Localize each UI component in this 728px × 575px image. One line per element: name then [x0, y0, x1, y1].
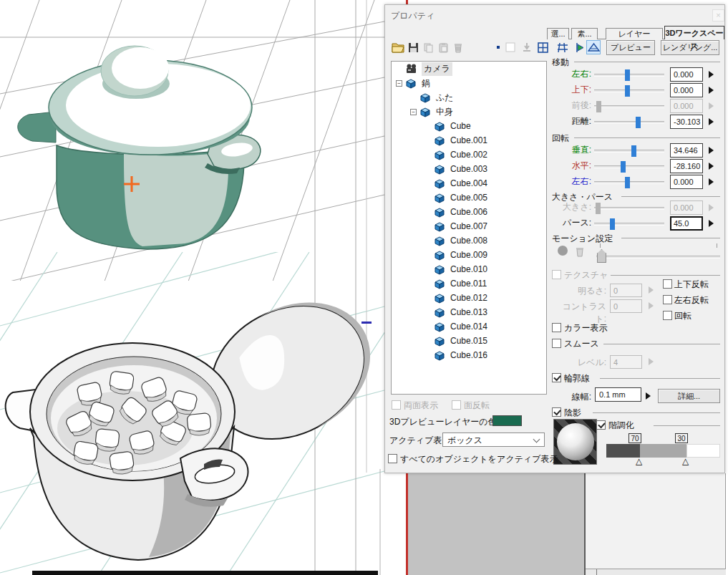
param-spinner[interactable]	[709, 163, 714, 170]
param-spinner[interactable]	[709, 87, 714, 94]
param-spinner[interactable]	[709, 118, 714, 125]
active-display-dropdown[interactable]: ボックス	[442, 433, 545, 447]
param-slider[interactable]	[594, 207, 664, 210]
param-spinner[interactable]	[709, 102, 714, 110]
param-value-input[interactable]: 0.000	[670, 67, 703, 82]
delete-icon[interactable]	[451, 40, 465, 54]
brightness-spinner[interactable]	[649, 286, 654, 294]
param-label: 左右:	[552, 68, 591, 80]
all-objects-checkbox[interactable]	[388, 454, 397, 463]
tree-item-label: Cube.009	[448, 249, 490, 261]
record-keyframe-icon[interactable]	[558, 246, 568, 256]
tree-item-label: Cube.013	[448, 306, 490, 318]
contrast-input[interactable]: 0	[610, 299, 642, 313]
save-icon[interactable]	[406, 40, 420, 54]
smooth-label: スムース	[564, 338, 599, 350]
param-slider[interactable]	[594, 121, 664, 124]
tree-item[interactable]: Cube.013	[392, 305, 546, 319]
cube-icon	[434, 264, 445, 275]
close-icon[interactable]: ×	[712, 9, 724, 21]
param-slider[interactable]	[594, 105, 664, 108]
line-width-input[interactable]: 0.1 mm	[595, 387, 641, 402]
tree-item[interactable]: Cube.012	[392, 291, 546, 305]
tone-marker-2[interactable]	[682, 456, 689, 466]
flip-vertical-checkbox[interactable]	[663, 279, 672, 289]
tab-3d-workspace[interactable]: 3Dワークスペース	[664, 26, 724, 39]
tone-value-2[interactable]: 30	[675, 433, 688, 443]
param-slider[interactable]	[594, 74, 664, 77]
tab-material[interactable]: 素...	[571, 28, 598, 39]
tone-checkbox[interactable]	[596, 420, 606, 430]
delete-keyframe-icon[interactable]	[573, 244, 587, 258]
param-value-input[interactable]: 0.000	[670, 175, 703, 189]
outline-checkbox[interactable]	[552, 373, 561, 382]
contrast-spinner[interactable]	[649, 302, 654, 309]
tree-item[interactable]: Cube.009	[392, 248, 546, 262]
param-label: パース:	[552, 217, 591, 229]
param-spinner[interactable]	[709, 147, 714, 154]
gray-pot-model[interactable]	[6, 276, 394, 560]
line-width-spinner[interactable]	[646, 392, 651, 400]
grid-verticals	[315, 0, 380, 575]
color-display-checkbox[interactable]	[552, 323, 561, 332]
param-slider[interactable]	[594, 181, 664, 184]
tree-item-label: Cube.010	[448, 264, 490, 275]
tab-layer[interactable]: レイヤー	[606, 28, 663, 39]
background-window-tick	[596, 569, 597, 575]
grid-quarter-icon[interactable]	[535, 40, 550, 54]
param-value-input[interactable]: 0.000	[670, 200, 703, 215]
param-slider[interactable]	[594, 150, 664, 153]
tone-value-1[interactable]: 70	[628, 433, 641, 443]
tone-marker-1[interactable]	[636, 456, 642, 466]
perspective-icon[interactable]	[586, 40, 601, 54]
section-rotate: 回転	[552, 132, 569, 145]
import-icon[interactable]	[520, 40, 534, 54]
tree-item[interactable]: Cube.016	[392, 348, 546, 362]
timeline-slider[interactable]	[596, 256, 720, 258]
copy-icon[interactable]	[421, 40, 435, 54]
open-file-icon[interactable]	[391, 40, 405, 54]
paste-icon[interactable]	[436, 40, 450, 54]
outline-detail-button[interactable]: 詳細...	[658, 389, 720, 403]
level-input[interactable]: 4	[610, 355, 642, 369]
layer-color-swatch[interactable]	[492, 415, 522, 426]
tree-item[interactable]: Cube.015	[392, 334, 546, 348]
param-value-input[interactable]: -28.160	[670, 159, 703, 173]
shading-checkbox[interactable]	[552, 407, 561, 417]
face-flip-checkbox[interactable]	[452, 400, 461, 410]
param-value-input[interactable]: 0.000	[670, 83, 703, 97]
param-spinner[interactable]	[709, 71, 714, 78]
tree-item[interactable]: Cube.008	[392, 233, 546, 248]
param-spinner[interactable]	[709, 204, 714, 211]
frame-icon[interactable]	[503, 40, 518, 54]
background-window-light	[586, 473, 726, 569]
param-slider[interactable]	[594, 90, 664, 92]
param-value-input[interactable]: 0.000	[670, 99, 703, 113]
tree-item[interactable]: Cube.010	[392, 262, 546, 276]
param-slider[interactable]	[594, 223, 664, 226]
brightness-input[interactable]: 0	[610, 284, 642, 297]
teal-pot-model[interactable]	[18, 46, 261, 249]
smooth-checkbox[interactable]	[552, 339, 561, 348]
texture-checkbox[interactable]	[552, 270, 561, 279]
face-flip-label: 面反転	[464, 400, 490, 412]
section-move: 移動	[552, 57, 569, 69]
both-sides-checkbox[interactable]	[392, 400, 401, 410]
texture-rotate-checkbox[interactable]	[663, 311, 672, 320]
param-slider[interactable]	[594, 165, 664, 168]
tab-selection[interactable]: 選...	[547, 28, 569, 39]
level-spinner[interactable]	[649, 358, 654, 365]
param-value-input[interactable]: 34.646	[670, 143, 703, 158]
param-value-input[interactable]: 45.0	[670, 216, 703, 231]
tree-item[interactable]: Cube.011	[392, 276, 546, 291]
grid-icon[interactable]	[555, 40, 570, 54]
shading-label: 陰影	[564, 407, 581, 419]
preview-button[interactable]: プレビュー	[606, 40, 655, 55]
direction-icon[interactable]	[573, 40, 587, 54]
param-spinner[interactable]	[709, 178, 714, 185]
timeline-slider-thumb[interactable]	[597, 249, 606, 263]
param-spinner[interactable]	[709, 220, 714, 227]
tree-item[interactable]: Cube.014	[392, 319, 546, 334]
param-value-input[interactable]: -30.103	[670, 115, 703, 129]
flip-horizontal-checkbox[interactable]	[663, 295, 672, 304]
